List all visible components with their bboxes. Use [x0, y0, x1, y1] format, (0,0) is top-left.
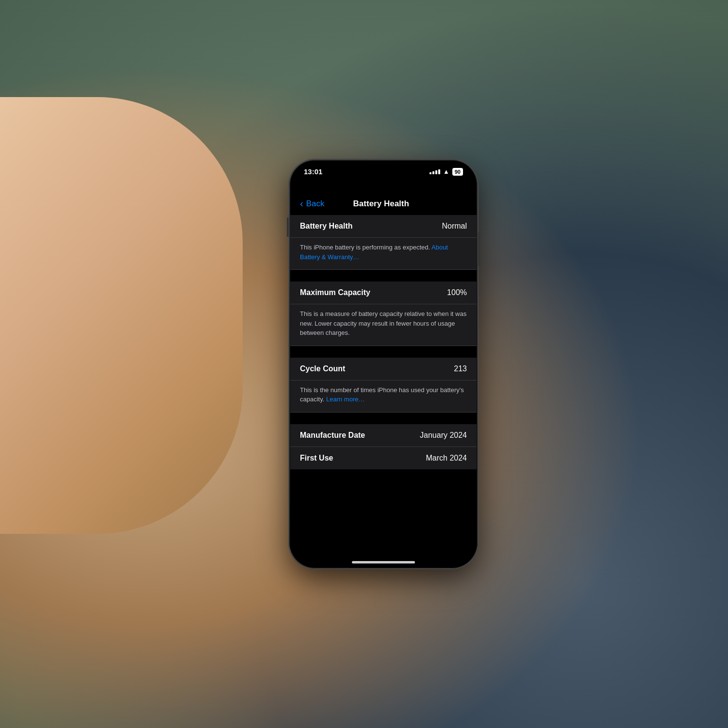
back-button-label: Back [306, 199, 325, 209]
max-capacity-section: Maximum Capacity 100% This is a measure … [290, 281, 477, 346]
battery-health-row: Battery Health Normal [290, 215, 477, 238]
signal-icon [430, 169, 440, 174]
cycle-count-section: Cycle Count 213 This is the number of ti… [290, 358, 477, 413]
max-capacity-value: 100% [447, 288, 467, 297]
cycle-count-value: 213 [454, 364, 467, 373]
first-use-label: First Use [300, 454, 333, 463]
manufacture-date-value: January 2024 [420, 431, 467, 440]
section-gap-3 [290, 416, 477, 424]
battery-percentage: 90 [452, 168, 463, 176]
cycle-count-description: This is the number of times iPhone has u… [290, 381, 477, 413]
first-use-row: First Use March 2024 [290, 447, 477, 469]
section-gap-2 [290, 350, 477, 358]
navigation-bar: ‹ Back Battery Health [290, 196, 477, 215]
battery-health-description: This iPhone battery is performing as exp… [290, 238, 477, 270]
battery-health-label: Battery Health [300, 222, 352, 231]
max-capacity-description: This is a measure of battery capacity re… [290, 304, 477, 346]
manufacture-date-row: Manufacture Date January 2024 [290, 424, 477, 447]
manufacture-date-label: Manufacture Date [300, 431, 365, 440]
dates-section: Manufacture Date January 2024 First Use … [290, 424, 477, 469]
phone-wrapper: 13:01 ▲ 90 ‹ Back [289, 159, 478, 569]
page-title: Battery Health [324, 199, 438, 209]
hand-background [0, 97, 243, 534]
first-use-value: March 2024 [426, 454, 467, 463]
cycle-count-label: Cycle Count [300, 364, 345, 373]
cycle-count-learn-more-link[interactable]: Learn more… [326, 396, 364, 403]
phone-outer-shell: 13:01 ▲ 90 ‹ Back [289, 159, 478, 569]
settings-content: Battery Health Normal This iPhone batter… [290, 215, 477, 554]
home-indicator [352, 561, 415, 563]
battery-health-value: Normal [442, 222, 467, 231]
back-chevron-icon: ‹ [300, 198, 303, 209]
battery-health-desc-text: This iPhone battery is performing as exp… [300, 243, 467, 262]
section-gap-1 [290, 274, 477, 281]
cycle-count-row: Cycle Count 213 [290, 358, 477, 381]
phone-screen: 13:01 ▲ 90 ‹ Back [290, 161, 477, 567]
back-button[interactable]: ‹ Back [300, 198, 324, 209]
status-time: 13:01 [304, 167, 322, 176]
max-capacity-row: Maximum Capacity 100% [290, 281, 477, 304]
battery-health-section: Battery Health Normal This iPhone batter… [290, 215, 477, 270]
status-icons: ▲ 90 [430, 168, 463, 176]
wifi-icon: ▲ [443, 168, 449, 175]
cycle-count-desc-text: This is the number of times iPhone has u… [300, 385, 467, 404]
dynamic-island [354, 176, 413, 192]
max-capacity-label: Maximum Capacity [300, 288, 370, 297]
max-capacity-desc-text: This is a measure of battery capacity re… [300, 309, 467, 338]
